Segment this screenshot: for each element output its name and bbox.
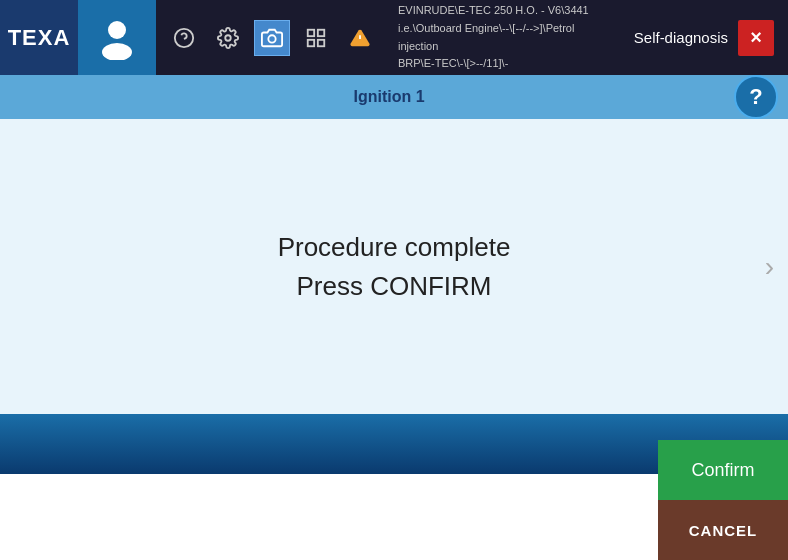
section-title: Ignition 1	[44, 88, 734, 106]
toolbar-icons	[156, 0, 388, 75]
cancel-button[interactable]: CANCEL	[658, 500, 788, 560]
help-circle-button[interactable]: ?	[734, 75, 778, 119]
user-icon	[95, 16, 139, 60]
header: TEXA	[0, 0, 788, 75]
breadcrumb-line2: BRP\E-TEC\-\[>--/11]\-	[398, 55, 610, 73]
texa-logo: TEXA	[8, 25, 71, 51]
svg-rect-6	[308, 29, 314, 35]
settings-toolbar-button[interactable]	[210, 20, 246, 56]
user-icon-area[interactable]	[78, 0, 156, 75]
svg-point-0	[108, 21, 126, 39]
svg-rect-7	[318, 29, 324, 35]
button-area: Confirm CANCEL	[658, 440, 788, 560]
procedure-line2: Press CONFIRM	[278, 267, 511, 306]
help-toolbar-button[interactable]	[166, 20, 202, 56]
svg-point-4	[225, 35, 231, 41]
warning-toolbar-button[interactable]	[342, 20, 378, 56]
grid-toolbar-button[interactable]	[298, 20, 334, 56]
breadcrumb: EVINRUDE\E-TEC 250 H.O. - V6\3441 i.e.\O…	[388, 0, 620, 75]
camera-toolbar-button[interactable]	[254, 20, 290, 56]
svg-point-5	[268, 35, 275, 42]
procedure-text: Procedure complete Press CONFIRM	[278, 228, 511, 306]
self-diagnosis-label: Self-diagnosis	[634, 29, 728, 46]
procedure-line1: Procedure complete	[278, 228, 511, 267]
svg-point-1	[102, 43, 132, 60]
svg-rect-9	[318, 39, 324, 45]
chevron-right-icon[interactable]: ›	[765, 251, 774, 283]
close-button[interactable]: ×	[738, 20, 774, 56]
confirm-button[interactable]: Confirm	[658, 440, 788, 500]
svg-rect-8	[308, 39, 314, 45]
self-diagnosis-area: Self-diagnosis ×	[620, 0, 788, 75]
breadcrumb-line1: EVINRUDE\E-TEC 250 H.O. - V6\3441 i.e.\O…	[398, 2, 610, 55]
logo-area: TEXA	[0, 0, 78, 75]
main-content: Procedure complete Press CONFIRM ›	[0, 119, 788, 414]
section-title-bar: Ignition 1 ?	[0, 75, 788, 119]
